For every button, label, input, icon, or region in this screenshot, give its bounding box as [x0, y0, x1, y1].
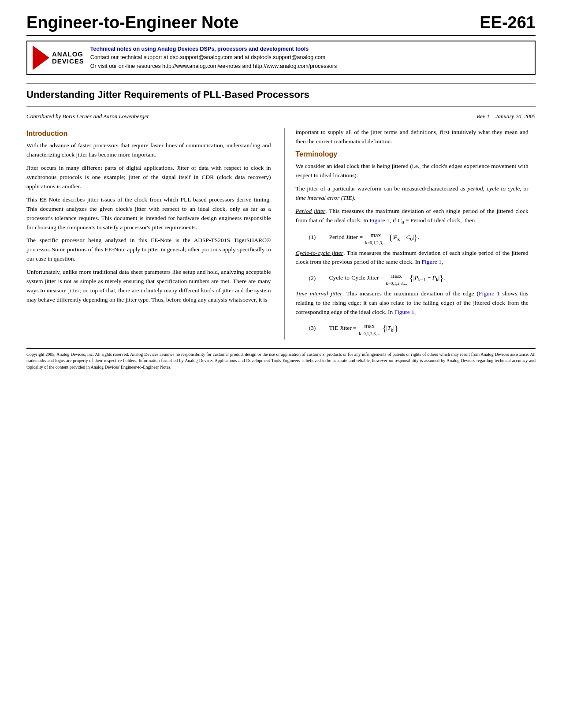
ad-logo-text: ANALOG DEVICES	[52, 51, 84, 65]
term-intro: We consider an ideal clock that is being…	[295, 162, 528, 180]
ad-logo-line1: ANALOG	[52, 51, 84, 58]
header-main-title: Engineer-to-Engineer Note	[26, 13, 238, 32]
formula-2-num: (2)	[309, 273, 322, 284]
footer-text: Copyright 2005, Analog Devices, Inc. All…	[26, 352, 536, 370]
formula-2-content: Cycle‑to‑Cycle Jitter = max k=0,1,2,3,..…	[329, 271, 445, 286]
formula-1: (1) Period Jitter = max k=0,1,2,3,... {|…	[309, 230, 528, 245]
rev-line: Rev 1 – January 20, 2005	[476, 113, 536, 120]
period-jitter-label: Period jitter	[295, 208, 325, 214]
left-column: Introduction With the advance of faster …	[26, 128, 271, 340]
ad-logo: ANALOG DEVICES	[33, 45, 84, 70]
author-line: Contributed by Boris Lerner and Aaron Lo…	[26, 113, 149, 120]
meta-row: Contributed by Boris Lerner and Aaron Lo…	[26, 113, 536, 120]
formula-2: (2) Cycle‑to‑Cycle Jitter = max k=0,1,2,…	[309, 271, 528, 286]
doc-title: Understanding Jitter Requirements of PLL…	[26, 89, 536, 101]
intro-para-5: Unfortunately, unlike more traditional d…	[26, 268, 271, 305]
figure1-link-3[interactable]: Figure 1	[479, 290, 500, 297]
period-jitter-para: Period jitter. This measures the maximum…	[295, 207, 528, 226]
terminology-heading: Terminology	[295, 150, 528, 158]
banner-bold-line: Technical notes on using Analog Devices …	[90, 45, 337, 53]
ctc-jitter-para: Cycle-to-cycle jitter. This measures the…	[295, 249, 528, 267]
max-operator-2: max k=0,1,2,3,...	[386, 271, 407, 286]
banner-line2: Contact our technical support at dsp.sup…	[90, 53, 337, 62]
ctc-label: Cycle-to-cycle jitter	[295, 250, 343, 256]
max-operator-1: max k=0,1,2,3,...	[365, 230, 386, 245]
max-operator-3: max k=0,1,2,3,...	[359, 321, 380, 336]
banner-line3: Or visit our on-line resources http://ww…	[90, 62, 337, 71]
intro-para-4: The specific processor being analyzed in…	[26, 236, 271, 264]
intro-heading: Introduction	[26, 130, 271, 138]
figure1-link-1[interactable]: Figure 1	[369, 217, 389, 224]
tie-label: Time interval jitter	[295, 290, 342, 297]
term-waveform: The jitter of a particular waveform can …	[295, 184, 528, 203]
ad-banner-content: Technical notes on using Analog Devices …	[90, 45, 337, 71]
ad-banner: ANALOG DEVICES Technical notes on using …	[26, 41, 536, 75]
formula-1-num: (1)	[309, 232, 322, 243]
ad-logo-triangle-icon	[33, 45, 49, 70]
formula-3-num: (3)	[309, 323, 322, 333]
tie-jitter-para: Time interval jitter. This measures the …	[295, 289, 528, 317]
intro-continuation: important to supply all of the jitter te…	[295, 128, 528, 146]
formula-1-content: Period Jitter = max k=0,1,2,3,... {|Pk −…	[329, 230, 419, 245]
header-ee-number: EE-261	[480, 13, 536, 32]
figure1-link-4[interactable]: Figure 1	[395, 309, 414, 315]
footer: Copyright 2005, Analog Devices, Inc. All…	[26, 348, 536, 371]
figure1-link-2[interactable]: Figure 1	[421, 258, 441, 265]
ad-logo-line2: DEVICES	[52, 58, 84, 65]
intro-para-1: With the advance of faster processors th…	[26, 141, 271, 160]
doc-title-section: Understanding Jitter Requirements of PLL…	[26, 83, 536, 107]
page: Engineer-to-Engineer Note EE-261 ANALOG …	[0, 0, 562, 728]
intro-para-2: Jitter occurs in many different parts of…	[26, 164, 271, 191]
formula-3: (3) TIE Jitter = max k=0,1,2,3,... {|Tk|…	[309, 321, 528, 336]
formula-3-content: TIE Jitter = max k=0,1,2,3,... {|Tk|}	[329, 321, 398, 336]
two-col-layout: Introduction With the advance of faster …	[26, 128, 536, 340]
right-column: important to supply all of the jitter te…	[284, 128, 528, 340]
intro-para-3: This EE-Note describes jitter issues of …	[26, 195, 271, 232]
header-row: Engineer-to-Engineer Note EE-261	[26, 13, 536, 36]
